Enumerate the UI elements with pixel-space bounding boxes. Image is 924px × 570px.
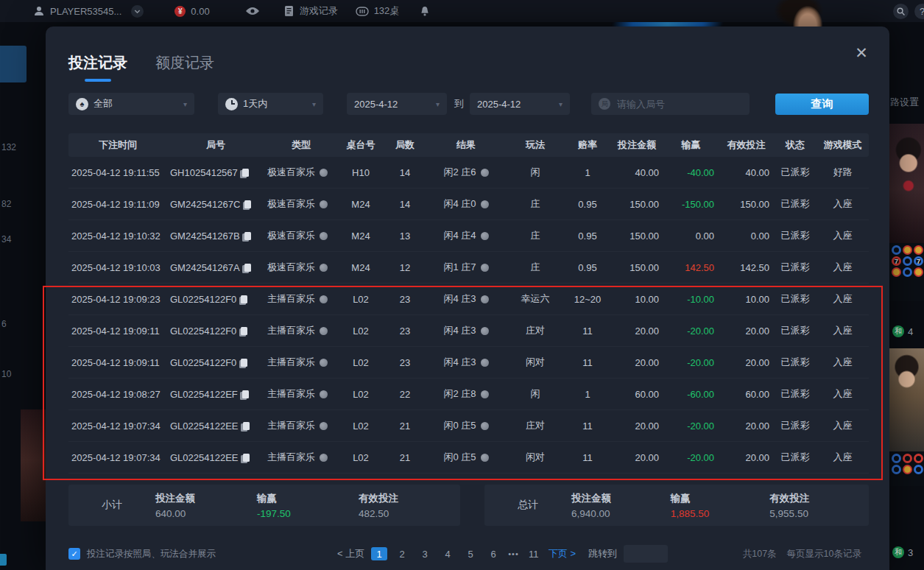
sidebar-count: 34 [1,234,11,244]
cell-table-number: H10 [338,167,384,178]
cell-result: 闲4 庄3 [426,324,506,337]
copy-icon[interactable] [242,169,249,177]
cell-status: 已派彩 [774,166,817,179]
date-from-select[interactable]: 2025-4-12 [347,93,447,115]
tie-badge-group: 和 4 [892,326,913,337]
dealer-video-thumbnail[interactable] [889,348,924,451]
copy-icon[interactable] [241,327,247,335]
corner-decoration [0,554,7,566]
cell-status: 已派彩 [774,229,817,242]
page-button-3[interactable]: 3 [417,547,433,560]
tables-button[interactable]: 132桌 [356,4,400,18]
eye-icon[interactable] [245,7,260,15]
time-range-select[interactable]: 1天内 [218,93,323,115]
page-button-last[interactable]: 11 [526,547,542,560]
copy-icon[interactable] [241,359,247,367]
help-icon[interactable] [914,4,924,19]
info-dot-icon [481,327,489,335]
cell-game-type: 主播百家乐 [264,387,338,401]
roadmap-dot [903,245,912,255]
page-button-1[interactable]: 1 [371,547,387,560]
info-dot-icon [320,295,328,303]
col-header-bet-amount: 投注金额 [610,138,663,152]
table-row[interactable]: 2025-04-12 19:07:34GL02254122EE主播百家乐L022… [68,442,869,474]
cell-game-number: GL02254122F0 [167,326,264,337]
info-dot-icon [320,454,328,462]
merge-checkbox[interactable] [68,548,80,560]
tie-badge-group: 和 3 [892,546,913,558]
total-label: 总计 [484,499,571,512]
cell-play-type: 庄 [506,261,565,274]
cell-odds: 11 [565,326,610,337]
pagination-ellipsis[interactable]: ••• [508,549,519,558]
info-dot-icon [481,295,489,303]
chevron-down-icon [312,100,316,108]
next-page-button[interactable]: 下页 > [549,547,576,560]
date-to-value: 2025-4-12 [477,99,521,110]
copy-icon[interactable] [244,264,251,272]
tab-bet-records[interactable]: 投注记录 [68,53,127,82]
cell-win-loss: -60.00 [663,389,719,400]
cell-play-type: 闲 [506,387,565,401]
page-button-4[interactable]: 4 [440,547,456,560]
sidebar-count: 6 [1,319,7,329]
roadmap-dot [892,454,901,463]
page-button-5[interactable]: 5 [462,547,479,560]
cell-game-mode: 入座 [817,229,869,242]
user-menu[interactable]: PLAYER53545... [33,5,144,18]
copy-icon[interactable] [244,200,251,208]
tab-quota-records[interactable]: 额度记录 [155,53,214,82]
page-button-6[interactable]: 6 [485,547,501,560]
table-row[interactable]: 2025-04-12 19:10:32GM242541267B极速百家乐M241… [68,220,869,252]
table-row[interactable]: 2025-04-12 19:09:23GL02254122F0主播百家乐L022… [68,284,869,315]
jump-page-input[interactable] [624,545,668,563]
info-dot-icon [481,454,489,462]
game-record-button[interactable]: 游戏记录 [283,4,338,18]
copy-icon[interactable] [242,390,249,398]
info-dot-icon [481,169,489,177]
bet-records-modal: 投注记录 额度记录 全部 1天内 2025-4-12 到 2025-4-12 [46,27,889,570]
category-value: 全部 [94,97,113,110]
prev-page-button[interactable]: < 上页 [337,547,364,560]
info-dot-icon [320,232,328,240]
page-button-2[interactable]: 2 [394,547,410,560]
copy-icon[interactable] [243,454,250,462]
cell-win-loss: -150.00 [663,199,719,210]
roadmap-dot [914,245,923,255]
game-number-input[interactable] [616,98,742,110]
close-icon[interactable] [853,44,870,62]
cell-win-loss: -10.00 [663,294,719,305]
table-row[interactable]: 2025-04-12 19:09:11GL02254122F0主播百家乐L022… [68,315,869,347]
table-row[interactable]: 2025-04-12 19:08:27GL02254122EF主播百家乐L022… [68,379,869,410]
bell-icon[interactable] [420,6,430,17]
copy-icon[interactable] [244,232,251,240]
table-row[interactable]: 2025-04-12 19:07:34GL02254122EE主播百家乐L022… [68,410,869,442]
table-row[interactable]: 2025-04-12 19:11:09GM242541267C极速百家乐M241… [68,189,869,220]
copy-icon[interactable] [241,295,247,303]
date-to-select[interactable]: 2025-4-12 [470,93,570,115]
query-button[interactable]: 查询 [775,94,869,115]
cell-game-number: GL02254122EF [167,389,264,400]
sidebar-active-item[interactable] [0,46,27,82]
search-icon[interactable] [893,4,909,19]
subtotal-box: 小计 投注金额640.00输赢-197.50有效投注482.50 [68,485,460,526]
cell-bet-amount: 10.00 [610,294,663,305]
chevron-down-icon[interactable] [131,5,144,18]
dealer-video-thumbnail[interactable] [889,124,924,243]
copy-icon[interactable] [243,422,250,430]
cell-bet-amount: 20.00 [610,326,663,337]
info-dot-icon [481,422,489,430]
col-header-result: 结果 [426,138,506,152]
info-dot-icon [320,264,328,272]
username: PLAYER53545... [50,6,121,17]
balance-display[interactable]: 0.00 [174,6,209,17]
table-row[interactable]: 2025-04-12 19:11:55GH1025412567极速百家乐H101… [68,157,869,189]
cell-valid-bet: 0.00 [719,231,774,242]
category-select[interactable]: 全部 [68,93,194,115]
document-icon [283,5,295,17]
road-settings-label[interactable]: 路设置 [890,96,919,109]
roadmap-dot [903,454,912,463]
table-row[interactable]: 2025-04-12 19:09:11GL02254122F0主播百家乐L022… [68,347,869,379]
table-row[interactable]: 2025-04-12 19:10:03GM242541267A极速百家乐M241… [68,252,869,284]
cell-play-type: 闲 [506,166,565,179]
